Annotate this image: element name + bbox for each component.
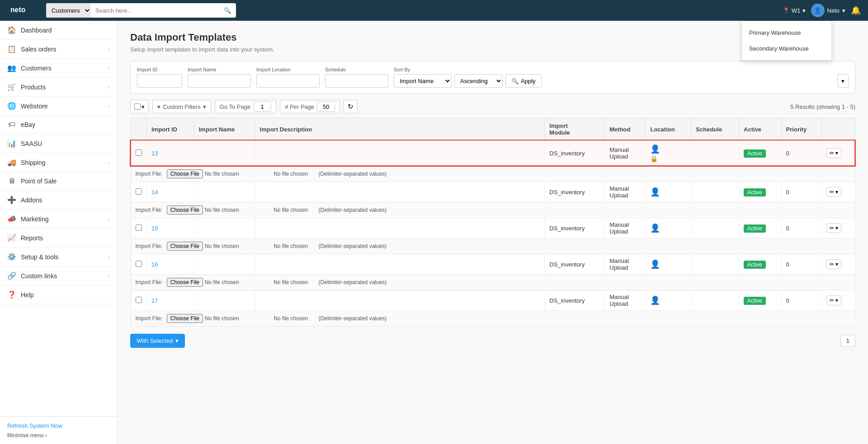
apply-button[interactable]: 🔍 Apply <box>505 74 542 88</box>
filter-row: Import ID Import Name Import Location Sc… <box>137 67 849 88</box>
perpage-label: # Per Page <box>285 103 314 110</box>
file-input[interactable] <box>167 314 269 323</box>
sidebar-item-customers[interactable]: 👥 Customers › <box>0 59 117 78</box>
row-checkbox[interactable] <box>136 188 142 195</box>
row-import-name <box>194 182 255 202</box>
import-id-link[interactable]: 16 <box>151 261 158 268</box>
row-checkbox[interactable] <box>136 150 142 156</box>
refresh-system-link[interactable]: Refresh System Now <box>7 422 110 429</box>
custom-filters-button[interactable]: ▾ Custom Filters ▾ <box>152 100 211 113</box>
row-edit: ✏ ▾ <box>821 254 855 275</box>
user-menu[interactable]: 👤 Neto ▾ <box>811 4 845 17</box>
sidebar-item-sales-orders[interactable]: 📋 Sales orders › <box>0 40 117 59</box>
schedule-input[interactable] <box>325 74 388 88</box>
sidebar-item-label: Custom links <box>21 272 57 280</box>
sort-by-wrap: Import Name Import ID Import Location Sc… <box>394 74 542 88</box>
import-id-input[interactable] <box>137 74 182 88</box>
row-checkbox[interactable] <box>136 261 142 267</box>
minimise-menu-label[interactable]: Minimise menu ‹ <box>7 432 47 439</box>
sort-order-select[interactable]: Ascending Descending <box>454 74 503 88</box>
file-input[interactable] <box>167 206 269 215</box>
select-all-checkbox[interactable] <box>134 103 141 110</box>
row-checkbox-cell <box>131 140 147 166</box>
sidebar-item-ebay[interactable]: 🏷 eBay <box>0 116 117 134</box>
row-import-desc <box>255 290 545 311</box>
file-input[interactable] <box>167 278 269 287</box>
goto-page-input[interactable] <box>253 102 271 112</box>
row-location: 👤 <box>646 254 691 275</box>
row-location: 👤 <box>646 290 691 311</box>
import-location-input[interactable] <box>256 74 320 88</box>
user-icon: 👤 <box>650 144 686 154</box>
import-file-row: Import File: No file chosen (Delimiter-s… <box>131 275 855 290</box>
user-icon: 👤 <box>650 187 660 196</box>
file-input[interactable] <box>167 169 269 178</box>
row-checkbox[interactable] <box>136 224 142 231</box>
warehouse-dropdown: Primary Warehouse Secondary Warehouse <box>741 21 832 61</box>
row-checkbox[interactable] <box>136 297 142 303</box>
search-input[interactable] <box>91 3 219 18</box>
file-type-label: (Delimiter-separated values) <box>319 279 387 285</box>
chevron-right-icon: › <box>108 273 110 279</box>
status-badge: Active <box>744 261 766 269</box>
webstore-icon: 🌐 <box>7 102 16 110</box>
th-import-name: Import Name <box>194 118 255 141</box>
sidebar-item-setup-tools[interactable]: ⚙️ Setup & tools › <box>0 248 117 266</box>
warehouse-option-secondary[interactable]: Secondary Warehouse <box>742 41 831 56</box>
edit-button[interactable]: ✏ ▾ <box>826 259 841 269</box>
collapse-filter-button[interactable]: ▾ <box>837 74 849 88</box>
row-import-id: 17 <box>147 290 194 311</box>
sidebar-item-label: Shipping <box>21 159 46 166</box>
import-name-input[interactable] <box>188 74 251 88</box>
import-id-link[interactable]: 17 <box>151 297 158 304</box>
sort-by-select[interactable]: Import Name Import ID Import Location Sc… <box>394 74 452 88</box>
logo[interactable]: neto <box>7 4 39 18</box>
sidebar-item-saasu[interactable]: 📊 SAASU <box>0 134 117 153</box>
sidebar-item-dashboard[interactable]: 🏠 Dashboard <box>0 21 117 40</box>
sidebar-item-marketing[interactable]: 📣 Marketing › <box>0 210 117 229</box>
import-id-link[interactable]: 14 <box>151 189 158 196</box>
per-page-input[interactable] <box>317 102 335 112</box>
edit-button[interactable]: ✏ ▾ <box>826 295 841 305</box>
filter-bar: Import ID Import Name Import Location Sc… <box>130 61 855 93</box>
notifications-bell[interactable]: 🔔 <box>851 5 861 15</box>
no-file-label: No file chosen <box>274 279 308 285</box>
sidebar-item-label: Addons <box>21 196 42 204</box>
sidebar-item-products[interactable]: 🛒 Products › <box>0 78 117 97</box>
sidebar-item-webstore[interactable]: 🌐 Webstore › <box>0 97 117 116</box>
sidebar-footer: Refresh System Now Minimise menu ‹ <box>0 416 117 444</box>
search-button[interactable]: 🔍 <box>219 3 236 18</box>
no-file-label: No file chosen <box>274 315 308 322</box>
sidebar-item-point-of-sale[interactable]: 🖥 Point of Sale <box>0 172 117 191</box>
svg-text:neto: neto <box>10 6 25 14</box>
refresh-button[interactable]: ↻ <box>344 100 358 113</box>
th-actions <box>821 118 855 141</box>
data-table: Import ID Import Name Import Description… <box>130 118 855 327</box>
filter-sort-by: Sort By Import Name Import ID Import Loc… <box>394 67 542 88</box>
file-input[interactable] <box>167 242 269 251</box>
edit-button[interactable]: ✏ ▾ <box>826 148 841 158</box>
sidebar-item-reports[interactable]: 📈 Reports <box>0 229 117 248</box>
page-number[interactable]: 1 <box>840 335 855 347</box>
with-selected-button[interactable]: With Selected ▾ <box>130 334 185 348</box>
filter-import-location: Import Location <box>256 67 320 88</box>
row-checkbox-cell <box>131 182 147 202</box>
sidebar-item-shipping[interactable]: 🚚 Shipping › <box>0 153 117 172</box>
select-all-dropdown[interactable]: ▾ <box>130 100 149 113</box>
search-category-select[interactable]: Customers Products Orders <box>46 3 91 18</box>
file-type-label: (Delimiter-separated values) <box>319 243 387 249</box>
warehouse-option-primary[interactable]: Primary Warehouse <box>742 25 831 41</box>
edit-button[interactable]: ✏ ▾ <box>826 223 841 233</box>
row-priority: 0 <box>781 182 821 202</box>
import-file-row: Import File: No file chosen (Delimiter-s… <box>131 202 855 218</box>
sales-orders-icon: 📋 <box>7 45 16 53</box>
sidebar-item-help[interactable]: ❓ Help <box>0 285 117 304</box>
sidebar-item-addons[interactable]: ➕ Addons <box>0 191 117 210</box>
sidebar-item-custom-links[interactable]: 🔗 Custom links › <box>0 266 117 285</box>
warehouse-selector[interactable]: 📍 W1 ▾ <box>783 7 806 14</box>
th-active: Active <box>739 118 782 141</box>
results-info: 5 Results (showing 1 - 5) <box>790 103 855 110</box>
import-id-link[interactable]: 15 <box>151 225 158 232</box>
import-id-link[interactable]: 13 <box>151 150 158 157</box>
edit-button[interactable]: ✏ ▾ <box>826 187 841 197</box>
